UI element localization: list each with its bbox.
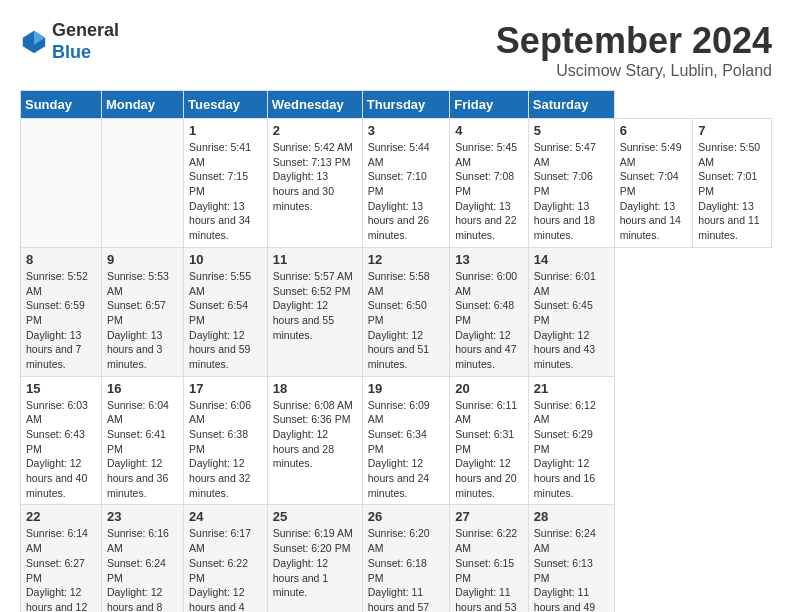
calendar-cell: 28Sunrise: 6:24 AMSunset: 6:13 PMDayligh… bbox=[528, 505, 614, 612]
day-number: 23 bbox=[107, 509, 178, 524]
day-info: Sunrise: 6:20 AMSunset: 6:18 PMDaylight:… bbox=[368, 526, 444, 612]
day-number: 16 bbox=[107, 381, 178, 396]
col-header-friday: Friday bbox=[450, 91, 529, 119]
calendar-cell: 14Sunrise: 6:01 AMSunset: 6:45 PMDayligh… bbox=[528, 247, 614, 376]
day-number: 5 bbox=[534, 123, 609, 138]
day-info: Sunrise: 6:19 AMSunset: 6:20 PMDaylight:… bbox=[273, 526, 357, 599]
calendar-cell: 11Sunrise: 5:57 AMSunset: 6:52 PMDayligh… bbox=[267, 247, 362, 376]
day-info: Sunrise: 6:17 AMSunset: 6:22 PMDaylight:… bbox=[189, 526, 262, 612]
day-number: 6 bbox=[620, 123, 688, 138]
col-header-tuesday: Tuesday bbox=[184, 91, 268, 119]
day-number: 7 bbox=[698, 123, 766, 138]
calendar-cell: 3Sunrise: 5:44 AMSunset: 7:10 PMDaylight… bbox=[362, 119, 449, 248]
calendar-week-row: 15Sunrise: 6:03 AMSunset: 6:43 PMDayligh… bbox=[21, 376, 772, 505]
day-number: 28 bbox=[534, 509, 609, 524]
calendar-cell bbox=[21, 119, 102, 248]
day-number: 24 bbox=[189, 509, 262, 524]
col-header-monday: Monday bbox=[101, 91, 183, 119]
day-info: Sunrise: 5:53 AMSunset: 6:57 PMDaylight:… bbox=[107, 269, 178, 372]
day-number: 4 bbox=[455, 123, 523, 138]
calendar-cell: 20Sunrise: 6:11 AMSunset: 6:31 PMDayligh… bbox=[450, 376, 529, 505]
day-info: Sunrise: 6:06 AMSunset: 6:38 PMDaylight:… bbox=[189, 398, 262, 501]
calendar-cell: 1Sunrise: 5:41 AMSunset: 7:15 PMDaylight… bbox=[184, 119, 268, 248]
calendar-cell: 13Sunrise: 6:00 AMSunset: 6:48 PMDayligh… bbox=[450, 247, 529, 376]
calendar-cell: 18Sunrise: 6:08 AMSunset: 6:36 PMDayligh… bbox=[267, 376, 362, 505]
day-number: 26 bbox=[368, 509, 444, 524]
day-info: Sunrise: 6:00 AMSunset: 6:48 PMDaylight:… bbox=[455, 269, 523, 372]
day-number: 19 bbox=[368, 381, 444, 396]
calendar-cell: 9Sunrise: 5:53 AMSunset: 6:57 PMDaylight… bbox=[101, 247, 183, 376]
day-number: 9 bbox=[107, 252, 178, 267]
day-info: Sunrise: 6:12 AMSunset: 6:29 PMDaylight:… bbox=[534, 398, 609, 501]
day-info: Sunrise: 6:16 AMSunset: 6:24 PMDaylight:… bbox=[107, 526, 178, 612]
calendar-cell: 8Sunrise: 5:52 AMSunset: 6:59 PMDaylight… bbox=[21, 247, 102, 376]
day-info: Sunrise: 6:11 AMSunset: 6:31 PMDaylight:… bbox=[455, 398, 523, 501]
day-number: 3 bbox=[368, 123, 444, 138]
day-info: Sunrise: 5:58 AMSunset: 6:50 PMDaylight:… bbox=[368, 269, 444, 372]
calendar-cell: 24Sunrise: 6:17 AMSunset: 6:22 PMDayligh… bbox=[184, 505, 268, 612]
day-number: 18 bbox=[273, 381, 357, 396]
day-info: Sunrise: 6:04 AMSunset: 6:41 PMDaylight:… bbox=[107, 398, 178, 501]
logo: General Blue bbox=[20, 20, 119, 63]
day-number: 20 bbox=[455, 381, 523, 396]
calendar-cell: 5Sunrise: 5:47 AMSunset: 7:06 PMDaylight… bbox=[528, 119, 614, 248]
day-info: Sunrise: 5:55 AMSunset: 6:54 PMDaylight:… bbox=[189, 269, 262, 372]
calendar-cell: 6Sunrise: 5:49 AMSunset: 7:04 PMDaylight… bbox=[614, 119, 693, 248]
calendar-table: SundayMondayTuesdayWednesdayThursdayFrid… bbox=[20, 90, 772, 612]
location-subtitle: Uscimow Stary, Lublin, Poland bbox=[496, 62, 772, 80]
calendar-cell: 21Sunrise: 6:12 AMSunset: 6:29 PMDayligh… bbox=[528, 376, 614, 505]
day-number: 2 bbox=[273, 123, 357, 138]
calendar-cell: 15Sunrise: 6:03 AMSunset: 6:43 PMDayligh… bbox=[21, 376, 102, 505]
day-info: Sunrise: 5:47 AMSunset: 7:06 PMDaylight:… bbox=[534, 140, 609, 243]
day-number: 27 bbox=[455, 509, 523, 524]
day-info: Sunrise: 5:45 AMSunset: 7:08 PMDaylight:… bbox=[455, 140, 523, 243]
day-number: 1 bbox=[189, 123, 262, 138]
calendar-cell: 19Sunrise: 6:09 AMSunset: 6:34 PMDayligh… bbox=[362, 376, 449, 505]
day-number: 17 bbox=[189, 381, 262, 396]
day-number: 10 bbox=[189, 252, 262, 267]
calendar-cell: 16Sunrise: 6:04 AMSunset: 6:41 PMDayligh… bbox=[101, 376, 183, 505]
day-info: Sunrise: 6:08 AMSunset: 6:36 PMDaylight:… bbox=[273, 398, 357, 471]
day-info: Sunrise: 6:01 AMSunset: 6:45 PMDaylight:… bbox=[534, 269, 609, 372]
day-number: 8 bbox=[26, 252, 96, 267]
day-number: 21 bbox=[534, 381, 609, 396]
day-number: 13 bbox=[455, 252, 523, 267]
col-header-wednesday: Wednesday bbox=[267, 91, 362, 119]
day-number: 11 bbox=[273, 252, 357, 267]
day-info: Sunrise: 6:24 AMSunset: 6:13 PMDaylight:… bbox=[534, 526, 609, 612]
calendar-cell: 4Sunrise: 5:45 AMSunset: 7:08 PMDaylight… bbox=[450, 119, 529, 248]
day-info: Sunrise: 5:44 AMSunset: 7:10 PMDaylight:… bbox=[368, 140, 444, 243]
day-info: Sunrise: 5:49 AMSunset: 7:04 PMDaylight:… bbox=[620, 140, 688, 243]
month-title: September 2024 bbox=[496, 20, 772, 62]
calendar-week-row: 8Sunrise: 5:52 AMSunset: 6:59 PMDaylight… bbox=[21, 247, 772, 376]
col-header-sunday: Sunday bbox=[21, 91, 102, 119]
page-header: General Blue September 2024 Uscimow Star… bbox=[20, 20, 772, 80]
day-number: 25 bbox=[273, 509, 357, 524]
day-info: Sunrise: 6:09 AMSunset: 6:34 PMDaylight:… bbox=[368, 398, 444, 501]
calendar-cell bbox=[101, 119, 183, 248]
logo-text: General Blue bbox=[52, 20, 119, 63]
calendar-cell: 22Sunrise: 6:14 AMSunset: 6:27 PMDayligh… bbox=[21, 505, 102, 612]
day-number: 12 bbox=[368, 252, 444, 267]
col-header-saturday: Saturday bbox=[528, 91, 614, 119]
day-info: Sunrise: 6:22 AMSunset: 6:15 PMDaylight:… bbox=[455, 526, 523, 612]
day-info: Sunrise: 6:14 AMSunset: 6:27 PMDaylight:… bbox=[26, 526, 96, 612]
col-header-thursday: Thursday bbox=[362, 91, 449, 119]
day-info: Sunrise: 6:03 AMSunset: 6:43 PMDaylight:… bbox=[26, 398, 96, 501]
calendar-week-row: 22Sunrise: 6:14 AMSunset: 6:27 PMDayligh… bbox=[21, 505, 772, 612]
day-info: Sunrise: 5:52 AMSunset: 6:59 PMDaylight:… bbox=[26, 269, 96, 372]
day-number: 22 bbox=[26, 509, 96, 524]
calendar-cell: 26Sunrise: 6:20 AMSunset: 6:18 PMDayligh… bbox=[362, 505, 449, 612]
day-info: Sunrise: 5:41 AMSunset: 7:15 PMDaylight:… bbox=[189, 140, 262, 243]
calendar-cell: 27Sunrise: 6:22 AMSunset: 6:15 PMDayligh… bbox=[450, 505, 529, 612]
day-number: 14 bbox=[534, 252, 609, 267]
calendar-cell: 23Sunrise: 6:16 AMSunset: 6:24 PMDayligh… bbox=[101, 505, 183, 612]
calendar-cell: 7Sunrise: 5:50 AMSunset: 7:01 PMDaylight… bbox=[693, 119, 772, 248]
day-info: Sunrise: 5:42 AMSunset: 7:13 PMDaylight:… bbox=[273, 140, 357, 213]
day-number: 15 bbox=[26, 381, 96, 396]
calendar-week-row: 1Sunrise: 5:41 AMSunset: 7:15 PMDaylight… bbox=[21, 119, 772, 248]
calendar-cell: 17Sunrise: 6:06 AMSunset: 6:38 PMDayligh… bbox=[184, 376, 268, 505]
title-block: September 2024 Uscimow Stary, Lublin, Po… bbox=[496, 20, 772, 80]
calendar-header-row: SundayMondayTuesdayWednesdayThursdayFrid… bbox=[21, 91, 772, 119]
day-info: Sunrise: 5:57 AMSunset: 6:52 PMDaylight:… bbox=[273, 269, 357, 342]
